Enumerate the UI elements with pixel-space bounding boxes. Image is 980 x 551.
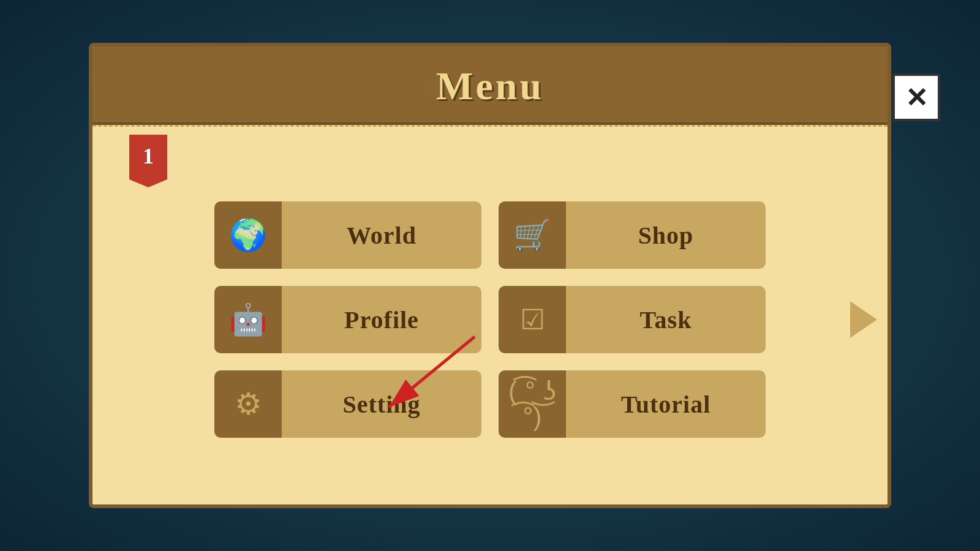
checkbox-icon: ☑: [520, 305, 545, 334]
shop-button[interactable]: 🛒 Shop: [499, 201, 766, 269]
world-button[interactable]: 🌍 World: [214, 201, 481, 269]
world-label: World: [282, 221, 481, 250]
task-label: Task: [566, 305, 766, 334]
decorative-border: [92, 125, 888, 135]
shopping-cart-icon: 🛒: [513, 220, 551, 250]
tutorial-icon-wrap: ( ͡° ͜ʖ ͡°): [499, 370, 566, 438]
robot-icon: 🤖: [229, 304, 267, 335]
profile-button[interactable]: 🤖 Profile: [214, 286, 481, 353]
globe-icon: 🌍: [229, 220, 267, 250]
tutorial-button[interactable]: ( ͡° ͜ʖ ͡°) Tutorial: [499, 370, 766, 438]
next-arrow-button[interactable]: [848, 301, 879, 338]
tutorial-label: Tutorial: [566, 390, 766, 419]
shop-icon-wrap: 🛒: [499, 201, 566, 269]
close-icon: ✕: [905, 82, 928, 113]
face-icon: ( ͡° ͜ʖ ͡°): [499, 378, 566, 430]
setting-button[interactable]: ⚙ Setting: [214, 370, 481, 438]
profile-label: Profile: [282, 305, 481, 334]
modal-content: 1 🌍 World 🛒 Shop: [92, 135, 888, 504]
gear-icon: ⚙: [235, 389, 262, 419]
task-icon-wrap: ☑: [499, 286, 566, 353]
setting-label: Setting: [282, 390, 481, 419]
setting-icon-wrap: ⚙: [214, 370, 282, 438]
bookmark-badge: 1: [129, 135, 167, 187]
world-icon-wrap: 🌍: [214, 201, 282, 269]
shop-label: Shop: [566, 221, 766, 250]
chevron-right-icon: [850, 301, 877, 338]
menu-modal: Menu 1 🌍 World: [89, 43, 891, 508]
profile-icon-wrap: 🤖: [214, 286, 282, 353]
task-button[interactable]: ☑ Task: [499, 286, 766, 353]
modal-title: Menu: [436, 64, 544, 108]
close-button[interactable]: ✕: [892, 73, 940, 121]
modal-header: Menu: [92, 47, 888, 125]
menu-button-grid: 🌍 World 🛒 Shop 🤖 Profile: [214, 201, 766, 438]
